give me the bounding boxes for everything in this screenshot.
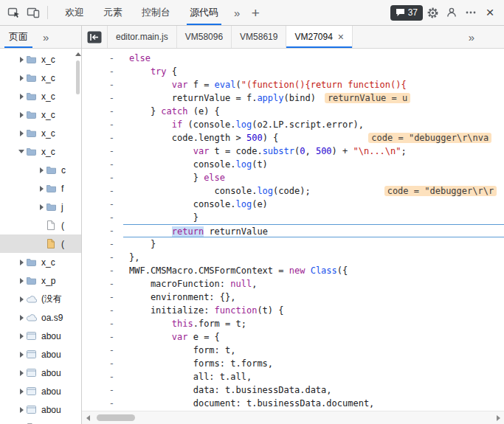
file-tab-VM58096[interactable]: VM58096 <box>177 26 232 48</box>
tree-item-abou[interactable]: abou <box>0 327 81 345</box>
scroll-up-arrow[interactable] <box>75 52 81 56</box>
line-gutter[interactable]: - <box>82 224 123 237</box>
close-devtools-button[interactable]: × <box>480 3 500 22</box>
tree-item-abou[interactable]: abou <box>0 400 81 419</box>
tree-item-f[interactable]: f <box>0 179 81 198</box>
expand-chevron-icon[interactable] <box>36 167 46 173</box>
tree-item-label: abou <box>41 386 61 397</box>
line-gutter[interactable]: - <box>82 330 123 344</box>
sidebar-scroll-thumb[interactable] <box>76 60 80 94</box>
more-panels-chevron[interactable]: » <box>228 7 246 19</box>
line-gutter[interactable]: - <box>82 65 123 78</box>
scroll-right-arrow[interactable] <box>492 415 504 421</box>
horizontal-scrollbar[interactable] <box>82 411 504 424</box>
console-count-badge[interactable]: 37 <box>390 5 423 21</box>
tab-page[interactable]: 页面 <box>0 26 37 48</box>
panel-tab-elements[interactable]: 元素 <box>94 0 132 25</box>
more-navigator-tabs-chevron[interactable]: » <box>37 31 55 44</box>
line-gutter[interactable]: - <box>82 370 123 383</box>
tree-item-([interactable]: ( <box>0 234 81 253</box>
expand-chevron-icon[interactable] <box>16 352 27 358</box>
code-token: ({ <box>337 265 348 276</box>
scrollbar-thumb[interactable] <box>97 414 135 421</box>
tree-item-abou[interactable]: abou <box>0 345 81 364</box>
line-gutter[interactable]: - <box>82 145 123 158</box>
tree-item-x_c[interactable]: x_c <box>0 253 81 271</box>
line-gutter[interactable]: - <box>82 291 123 304</box>
tree-item-x_c[interactable]: x_c <box>0 105 81 124</box>
more-options-icon[interactable] <box>461 3 480 22</box>
line-gutter[interactable]: - <box>82 277 123 291</box>
line-gutter[interactable]: - <box>82 357 123 370</box>
panel-tab-welcome[interactable]: 欢迎 <box>55 0 94 25</box>
sidebar-scrollbar[interactable] <box>75 49 81 424</box>
tree-item-abou[interactable]: abou <box>0 364 81 382</box>
line-gutter[interactable]: - <box>82 304 123 317</box>
line-gutter[interactable]: - <box>82 91 123 105</box>
expand-chevron-icon[interactable] <box>16 315 27 321</box>
line-gutter[interactable]: - <box>82 264 123 277</box>
file-tab-VM58619[interactable]: VM58619 <box>232 26 286 48</box>
code-area[interactable]: -else-try {-var f = eval("(function(){re… <box>82 49 504 411</box>
line-gutter[interactable]: - <box>82 237 123 251</box>
expand-chevron-icon[interactable] <box>16 370 27 376</box>
expand-chevron-icon[interactable] <box>16 131 27 136</box>
line-gutter[interactable]: - <box>82 383 123 397</box>
panel-tab-console[interactable]: 控制台 <box>132 0 180 25</box>
line-gutter[interactable]: - <box>82 344 123 357</box>
expand-chevron-icon[interactable] <box>36 204 46 210</box>
more-file-tabs-chevron[interactable]: » <box>463 26 480 48</box>
line-gutter[interactable]: - <box>82 105 123 118</box>
expand-chevron-icon[interactable] <box>36 186 46 192</box>
tree-item-x_c[interactable]: x_c <box>0 69 81 87</box>
close-tab-icon[interactable]: × <box>338 31 344 43</box>
line-gutter[interactable]: - <box>82 131 123 145</box>
scroll-left-arrow[interactable] <box>82 415 94 421</box>
line-gutter[interactable]: - <box>82 171 123 184</box>
tree-item-x_c[interactable]: x_c <box>0 87 81 105</box>
tree-item-oa.s9[interactable]: oa.s9 <box>0 308 81 327</box>
line-gutter[interactable]: - <box>82 251 123 264</box>
expand-chevron-icon[interactable] <box>16 389 27 395</box>
expand-chevron-icon[interactable] <box>16 260 27 265</box>
expand-chevron-icon[interactable] <box>16 333 27 339</box>
tree-item-([interactable]: ( <box>0 216 81 234</box>
tree-item-x_c[interactable]: x_c <box>0 142 81 161</box>
expand-chevron-icon[interactable] <box>16 75 27 81</box>
line-gutter[interactable]: - <box>82 317 123 330</box>
device-toolbar-icon[interactable] <box>24 3 43 22</box>
line-gutter[interactable]: - <box>82 158 123 171</box>
code-token: log <box>235 159 252 170</box>
line-gutter[interactable]: - <box>82 397 123 410</box>
line-gutter[interactable]: - <box>82 78 123 91</box>
navigator-toggle-icon[interactable] <box>82 26 107 48</box>
panel-tab-sources[interactable]: 源代码 <box>180 0 228 25</box>
expand-chevron-icon[interactable] <box>16 112 27 118</box>
expand-chevron-icon[interactable] <box>16 407 27 413</box>
feedback-icon[interactable] <box>442 3 461 22</box>
settings-gear-icon[interactable] <box>423 3 442 22</box>
line-gutter[interactable]: - <box>82 211 123 224</box>
tree-item-x_c[interactable]: x_c <box>0 50 81 69</box>
inspect-icon[interactable] <box>4 3 24 22</box>
expand-chevron-icon[interactable] <box>16 278 27 284</box>
tree-item-j[interactable]: j <box>0 198 81 216</box>
line-gutter[interactable]: - <box>82 184 123 198</box>
file-tab-editor.main.js[interactable]: editor.main.js <box>107 26 177 48</box>
add-tab-button[interactable]: + <box>246 3 265 22</box>
tree-item-c[interactable]: c <box>0 161 81 179</box>
expand-chevron-icon[interactable] <box>16 150 27 153</box>
tree-item-abou[interactable]: abou <box>0 382 81 400</box>
expand-chevron-icon[interactable] <box>16 57 27 63</box>
file-tab-VM27094[interactable]: VM27094× <box>286 26 353 48</box>
tree-item-(没有[interactable]: (没有 <box>0 290 81 308</box>
tree-item-5b0b15[interactable]: 5b0b15 <box>0 419 81 424</box>
line-gutter[interactable]: - <box>82 118 123 131</box>
scrollbar-track[interactable] <box>94 411 492 424</box>
tree-item-x_p[interactable]: x_p <box>0 271 81 290</box>
expand-chevron-icon[interactable] <box>16 94 27 100</box>
line-gutter[interactable]: - <box>82 52 123 65</box>
expand-chevron-icon[interactable] <box>16 296 27 302</box>
line-gutter[interactable]: - <box>82 198 123 211</box>
tree-item-x_c[interactable]: x_c <box>0 124 81 142</box>
